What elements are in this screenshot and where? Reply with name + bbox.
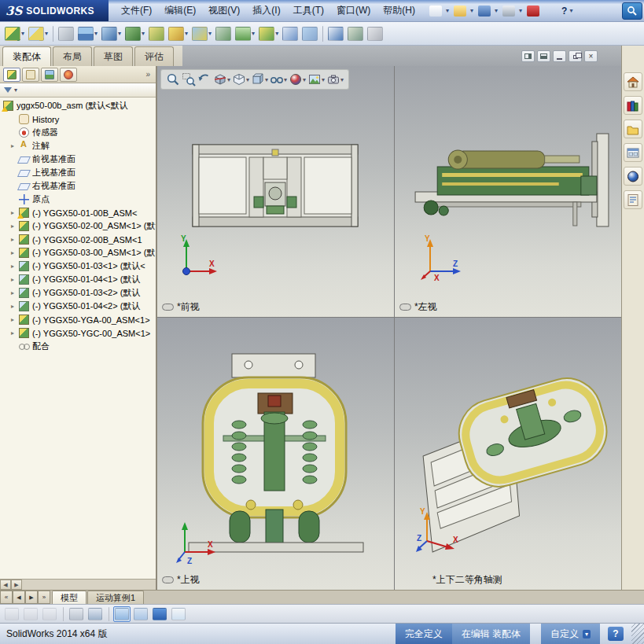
expand-arrow-icon[interactable] [11, 289, 19, 296]
mate-icon[interactable]: ▾ [27, 24, 50, 44]
edit-appearance-icon[interactable]: ▾ [289, 72, 306, 86]
featuremanager-tab[interactable] [3, 68, 20, 82]
split-view-vertical-icon[interactable] [537, 50, 550, 62]
explode-line-sketch-icon[interactable]: ▾ [281, 24, 300, 44]
tree-horizontal-scrollbar[interactable]: ◀ ▶ [0, 579, 156, 590]
bom-table-icon[interactable] [170, 606, 187, 622]
menu-item[interactable]: 窗口(W) [330, 2, 377, 19]
red-badge-icon[interactable]: ▾ [525, 5, 544, 17]
help-icon[interactable]: ?▾ [546, 5, 574, 17]
tree-item[interactable]: (-) YGGX50-01-04<2> (默认 [0, 300, 156, 313]
section-view-icon[interactable]: ▾ [213, 72, 230, 86]
viewport-left[interactable]: Y Z X *左视 [395, 66, 621, 317]
menu-item[interactable]: 插入(I) [246, 2, 286, 19]
custom-properties-icon[interactable] [624, 190, 642, 209]
last-tab-icon[interactable] [38, 591, 50, 604]
filter-caret-icon[interactable]: ▾ [14, 86, 17, 94]
tree-item[interactable]: (-) YGGX50-02-00B_ASM<1 [0, 233, 156, 246]
configurationmanager-tab[interactable] [41, 68, 58, 82]
selection-filter-icon[interactable] [3, 606, 20, 622]
close-icon[interactable]: × [584, 50, 598, 62]
fastener-clip-icon[interactable]: ▾ [57, 24, 75, 44]
menu-item[interactable]: 工具(T) [287, 2, 330, 19]
menu-item[interactable]: 文件(F) [115, 2, 158, 19]
menu-item[interactable]: 帮助(H) [377, 2, 421, 19]
panel-overflow-chevrons[interactable]: » [143, 70, 153, 79]
magnifying-lens-icon[interactable] [86, 606, 104, 622]
menu-item[interactable]: 编辑(E) [158, 2, 202, 19]
propertymanager-tab[interactable] [22, 68, 39, 82]
expand-arrow-icon[interactable] [11, 263, 19, 270]
tree-item[interactable]: 原点 [0, 193, 156, 206]
open-folder-icon[interactable]: ▾ [452, 5, 475, 17]
first-tab-icon[interactable] [0, 591, 13, 604]
new-document-icon[interactable]: ▾ [428, 5, 451, 17]
design-library-icon[interactable] [624, 96, 642, 115]
tree-item[interactable]: 传感器 [0, 126, 156, 139]
file-explorer-icon[interactable] [624, 120, 642, 138]
linear-component-pattern-icon[interactable]: ▾ [76, 24, 99, 44]
tree-item[interactable]: (-) YGGX50-YGA-00_ASM<1> [0, 313, 156, 326]
viewport-isometric[interactable]: Y X Z *上下二等角轴测 [395, 318, 621, 590]
tree-item[interactable]: 上视基准面 [0, 166, 156, 179]
bottom-toolbar-icon[interactable] [60, 606, 66, 622]
performance-evaluation-icon[interactable] [132, 606, 149, 622]
tree-item[interactable]: (-) YGGX50-02-00_ASM<1> (默认 [0, 219, 156, 233]
search-icon[interactable] [622, 2, 642, 20]
filter-faces-icon[interactable] [68, 606, 85, 622]
expand-arrow-icon[interactable] [11, 329, 19, 337]
tree-item[interactable]: (-) YGGX50-01-03<1> (默认< [0, 259, 156, 273]
display-style-icon[interactable]: ▾ [251, 72, 268, 86]
toolbar-icon[interactable]: ▾ [322, 24, 323, 44]
save-icon[interactable]: ▾ [477, 5, 499, 17]
next-tab-icon[interactable] [25, 591, 38, 604]
move-component-icon[interactable]: ▾ [123, 24, 146, 44]
expand-arrow-icon[interactable] [11, 142, 19, 149]
dropdown-caret-icon[interactable]: ▾ [583, 630, 591, 638]
expand-arrow-icon[interactable] [11, 249, 19, 256]
scroll-right-icon[interactable]: ▶ [11, 580, 22, 590]
restore-icon[interactable] [569, 50, 582, 62]
previous-view-icon[interactable] [197, 72, 212, 86]
view-orientation-icon[interactable]: ▾ [232, 72, 249, 86]
expand-arrow-icon[interactable] [11, 223, 19, 230]
apply-scene-icon[interactable]: ▾ [307, 72, 325, 86]
tree-item[interactable]: 前视基准面 [0, 153, 156, 166]
expand-arrow-icon[interactable] [11, 276, 19, 283]
command-tab[interactable]: 草图 [94, 46, 133, 66]
insert-components-icon[interactable]: ▾ [3, 24, 26, 44]
previous-tab-icon[interactable] [13, 591, 25, 604]
print-icon[interactable]: ▾ [501, 5, 524, 17]
bottom-toolbar-icon[interactable] [105, 606, 112, 622]
solidworks-resources-icon[interactable] [624, 72, 642, 91]
document-tab[interactable]: 模型 [52, 591, 86, 604]
tree-root-assembly[interactable]: yggx50-00b_asm (默认<默认 [0, 99, 156, 112]
tree-item[interactable]: History [0, 112, 156, 126]
tree-item[interactable]: (-) YGGX50-YGC-00_ASM<1> [0, 326, 156, 340]
command-tab[interactable]: 评估 [134, 46, 174, 66]
scroll-left-icon[interactable]: ◀ [0, 580, 11, 590]
resize-grip[interactable] [631, 624, 644, 644]
assembly-features-icon[interactable]: ▾ [167, 24, 190, 44]
filter-vertices-icon[interactable] [22, 606, 39, 622]
document-tab[interactable]: 运动算例1 [87, 591, 144, 604]
filter-edges-icon[interactable] [41, 606, 58, 622]
tree-item[interactable]: (-) YGGX50-01-00B_ASM< [0, 206, 156, 219]
expand-arrow-icon[interactable] [11, 316, 19, 323]
tree-item[interactable]: 注解 [0, 139, 156, 153]
command-tab[interactable]: 布局 [53, 46, 92, 66]
view-settings-icon[interactable]: ▾ [326, 72, 344, 86]
toolbar-icon[interactable]: ▾ [53, 24, 53, 44]
bill-of-materials-icon[interactable]: ▾ [234, 24, 256, 44]
command-tab[interactable]: 装配体 [2, 46, 51, 66]
help-button[interactable]: ? [608, 627, 624, 641]
smart-fasteners-icon[interactable]: ▾ [100, 24, 123, 44]
viewport-front[interactable]: Y X *前视 [157, 66, 394, 317]
interference-detection-icon[interactable]: ▾ [300, 24, 319, 44]
reference-geometry-icon[interactable]: ▾ [190, 24, 213, 44]
viewport-top[interactable]: X Z *上视 [157, 318, 394, 590]
section-properties-icon[interactable]: ▾ [366, 24, 385, 44]
appearances-scenes-icon[interactable] [624, 167, 642, 186]
displaymanager-tab[interactable] [60, 68, 77, 82]
tree-item[interactable]: (-) YGGX50-01-04<1> (默认 [0, 273, 156, 286]
